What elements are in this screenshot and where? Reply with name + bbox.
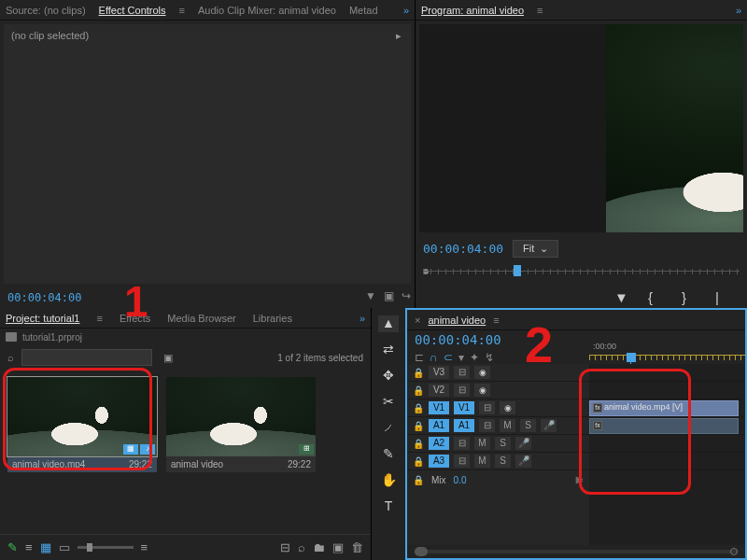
track-v1[interactable]: fxanimal video.mp4 [V] [589, 399, 745, 417]
new-item-icon[interactable]: ▣ [332, 540, 344, 554]
mute-toggle[interactable]: M [474, 437, 490, 450]
tabs-overflow-icon[interactable]: » [736, 5, 741, 16]
tab-project[interactable]: Project: tutorial1 [6, 313, 79, 324]
mark-out-button[interactable]: } [682, 289, 698, 302]
track-header-a2[interactable]: 🔒 A2 ⊟ M S 🎤 [407, 435, 589, 453]
track-a2[interactable] [589, 435, 745, 453]
tab-media-browser[interactable]: Media Browser [167, 313, 235, 324]
timeline-timecode[interactable]: 00:00:04:00 [415, 332, 582, 347]
sync-lock-icon[interactable]: ⊟ [454, 384, 470, 397]
find-icon[interactable]: ⌕ [298, 540, 305, 554]
scrollbar-end-icon[interactable] [730, 548, 738, 555]
scrollbar-thumb[interactable] [415, 547, 428, 556]
tabs-overflow-icon[interactable]: » [359, 313, 365, 324]
panel-arrow-icon[interactable]: ▸ [396, 30, 402, 42]
type-tool[interactable]: T [378, 498, 399, 515]
tab-menu-icon[interactable]: ≡ [179, 5, 185, 16]
sync-lock-icon[interactable]: ⊟ [479, 419, 495, 432]
track-label[interactable]: V3 [429, 366, 449, 379]
track-a1[interactable]: fx [589, 417, 745, 435]
icon-view-icon[interactable]: ▦ [40, 540, 51, 554]
solo-toggle[interactable]: S [495, 437, 511, 450]
solo-toggle[interactable]: S [520, 419, 536, 432]
slip-tool[interactable]: ⟋ [378, 420, 399, 437]
tab-program[interactable]: Program: animal video [421, 5, 524, 16]
track-select-tool[interactable]: ⇄ [378, 342, 399, 358]
program-timecode[interactable]: 00:00:04:00 [423, 242, 503, 256]
hand-tool[interactable]: ✋ [378, 472, 399, 489]
new-item-icon[interactable]: ▣ [384, 289, 394, 302]
filter-icon[interactable]: ▼ [365, 289, 376, 302]
lock-icon[interactable]: 🔒 [413, 456, 424, 467]
voice-over-icon[interactable]: 🎤 [541, 419, 557, 432]
tab-libraries[interactable]: Libraries [253, 313, 292, 324]
lock-icon[interactable]: 🔒 [413, 475, 424, 485]
auto-sequence-icon[interactable]: ⊟ [280, 540, 290, 554]
thumbnail[interactable]: ▦ ♪ [7, 377, 157, 456]
pen-tool[interactable]: ✎ [378, 446, 399, 463]
marker-toggle-icon[interactable]: ▾ [458, 351, 464, 364]
linked-selection-icon[interactable]: ⊂ [444, 351, 453, 364]
lock-icon[interactable]: 🔒 [413, 439, 424, 449]
wrench-icon[interactable]: ↯ [485, 351, 494, 364]
sync-lock-icon[interactable]: ⊟ [454, 437, 470, 450]
track-v3[interactable] [589, 364, 745, 382]
lock-icon[interactable]: 🔒 [413, 385, 424, 396]
ripple-edit-tool[interactable]: ✥ [378, 368, 399, 385]
track-v2[interactable] [589, 382, 745, 399]
thumbnail[interactable]: ⊞ [166, 377, 316, 456]
bin-item-sequence[interactable]: ⊞ animal video 29:22 [166, 377, 316, 472]
freeform-view-icon[interactable]: ▭ [59, 540, 70, 554]
list-view-icon[interactable]: ≡ [25, 540, 33, 554]
fx-badge-icon[interactable]: fx [593, 403, 602, 413]
track-header-v1[interactable]: 🔒 V1 V1 ⊟ [407, 399, 589, 417]
video-clip[interactable]: fxanimal video.mp4 [V] [589, 400, 739, 416]
voice-over-icon[interactable]: 🎤 [515, 437, 531, 450]
source-timecode[interactable]: 00:00:04:00 [0, 287, 415, 308]
snap-toggle-icon[interactable]: ∩ [430, 351, 438, 364]
bin-item-clip[interactable]: ▦ ♪ animal video.mp4 29:22 [7, 377, 157, 472]
mix-track[interactable]: 🔒 Mix 0.0 ⊫ [407, 470, 589, 489]
sync-lock-icon[interactable]: ⊟ [454, 366, 470, 379]
sort-icon[interactable]: ≡ [141, 540, 148, 554]
tab-audio-mixer[interactable]: Audio Clip Mixer: animal video [198, 5, 336, 16]
goto-in-button[interactable]: |← [715, 289, 732, 302]
tab-sequence[interactable]: animal video [428, 315, 486, 326]
sync-lock-icon[interactable]: ⊟ [454, 455, 470, 468]
tab-source[interactable]: Source: (no clips) [6, 5, 86, 16]
mute-toggle[interactable]: M [474, 455, 490, 468]
track-label[interactable]: A3 [429, 455, 449, 468]
program-monitor[interactable] [419, 24, 743, 232]
track-label[interactable]: A2 [429, 437, 449, 450]
tabs-overflow-icon[interactable]: » [403, 5, 409, 16]
track-label[interactable]: A1 [454, 419, 474, 432]
razor-tool[interactable]: ✂ [378, 394, 399, 411]
timeline-playhead[interactable] [627, 353, 636, 362]
eye-icon[interactable] [500, 401, 515, 414]
timeline-tracks[interactable]: fxanimal video.mp4 [V] fx [589, 364, 745, 545]
project-bins[interactable]: ▦ ♪ animal video.mp4 29:22 ⊞ anima [0, 370, 371, 534]
tab-metadata[interactable]: Metad [349, 5, 378, 16]
track-label[interactable]: V2 [429, 384, 449, 397]
eye-icon[interactable] [474, 366, 490, 379]
lock-icon[interactable]: 🔒 [413, 403, 424, 413]
mute-toggle[interactable]: M [500, 419, 515, 432]
export-icon[interactable]: ↪ [402, 289, 411, 302]
write-enable-icon[interactable]: ✎ [7, 540, 18, 554]
source-patch-v1[interactable]: V1 [429, 401, 449, 414]
tab-menu-icon[interactable]: ≡ [537, 5, 543, 16]
sync-lock-icon[interactable]: ⊟ [479, 401, 495, 414]
mark-in-button[interactable]: { [648, 289, 665, 302]
program-scrubber[interactable] [416, 261, 747, 284]
track-header-v2[interactable]: 🔒 V2 ⊟ [407, 382, 589, 399]
timeline-zoom-scrollbar[interactable] [407, 545, 745, 558]
time-ruler[interactable]: :00:00 00:00:15:00 [589, 330, 745, 364]
playhead-handle[interactable] [514, 265, 521, 276]
fx-badge-icon[interactable]: fx [593, 421, 602, 430]
settings-icon[interactable]: ✦ [470, 351, 479, 364]
mix-meter-icon[interactable]: ⊫ [575, 475, 584, 485]
zoom-slider[interactable] [78, 546, 134, 549]
tab-effect-controls[interactable]: Effect Controls [99, 5, 166, 16]
track-header-a3[interactable]: 🔒 A3 ⊟ M S 🎤 [407, 453, 589, 470]
close-tab-icon[interactable]: × [415, 315, 420, 326]
